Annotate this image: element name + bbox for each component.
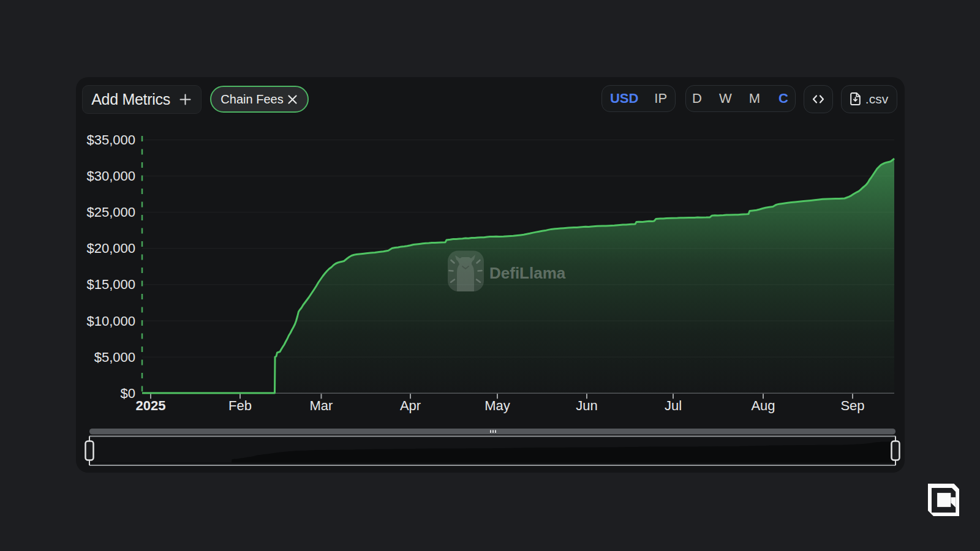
svg-text:$15,000: $15,000	[86, 277, 135, 292]
svg-text:Mar: Mar	[310, 398, 333, 413]
svg-text:$10,000: $10,000	[86, 313, 135, 329]
svg-text:2025: 2025	[136, 398, 166, 413]
svg-text:$25,000: $25,000	[86, 204, 135, 220]
svg-text:Jun: Jun	[576, 398, 597, 413]
svg-text:$35,000: $35,000	[86, 132, 135, 148]
svg-text:Feb: Feb	[228, 398, 252, 413]
svg-text:Jul: Jul	[665, 398, 682, 413]
svg-text:$20,000: $20,000	[86, 241, 135, 256]
svg-text:$0: $0	[121, 386, 135, 401]
svg-text:Apr: Apr	[400, 398, 421, 413]
svg-text:Sep: Sep	[840, 398, 864, 413]
svg-text:DefiLlama: DefiLlama	[489, 264, 566, 282]
svg-text:$5,000: $5,000	[94, 350, 135, 365]
svg-text:May: May	[484, 398, 510, 413]
svg-text:$30,000: $30,000	[86, 168, 135, 184]
svg-text:Aug: Aug	[751, 398, 775, 413]
